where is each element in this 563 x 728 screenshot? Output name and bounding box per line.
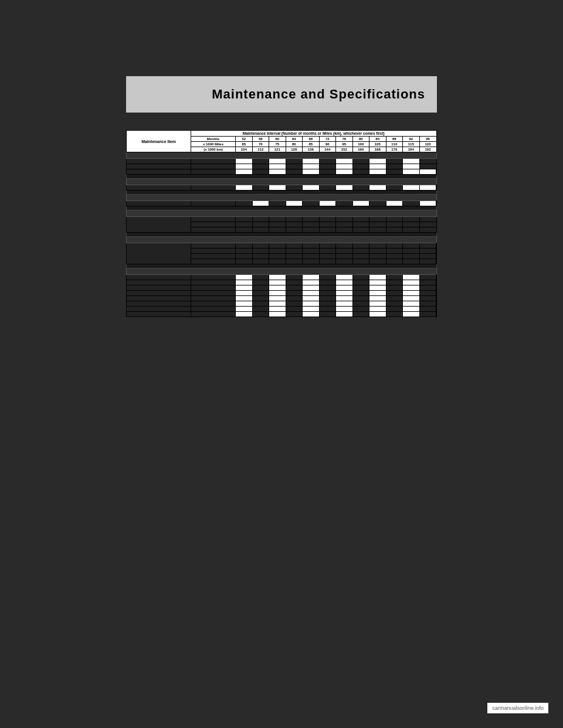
table-row (127, 280, 437, 285)
month-96: 96 (419, 137, 436, 142)
km-128: 128 (286, 147, 303, 152)
section-4-header (127, 210, 437, 217)
km-160: 160 (352, 147, 369, 152)
page-header-box: Maintenance and Specifications (126, 76, 437, 113)
month-88: 88 (386, 137, 403, 142)
table-row (127, 164, 437, 169)
interval-header: Maintenance Interval (Number of months o… (191, 131, 437, 137)
miles-70: 70 (252, 142, 269, 147)
km-168: 168 (369, 147, 386, 152)
month-52: 52 (236, 137, 253, 142)
km-176: 176 (386, 147, 403, 152)
section-1-header (127, 152, 437, 159)
interval-header-text: Maintenance Interval (Number of months o… (243, 131, 385, 135)
table-row (127, 275, 437, 280)
miles-110: 110 (386, 142, 403, 147)
spacer-row (127, 175, 437, 179)
section-6-header (127, 268, 437, 275)
month-56: 56 (252, 137, 269, 142)
table-row (127, 243, 437, 249)
month-72: 72 (319, 137, 336, 142)
spacer-row (127, 190, 437, 195)
miles-label: x 1000 Miles (191, 142, 236, 147)
month-76: 76 (336, 137, 353, 142)
km-104: 104 (236, 147, 253, 152)
page-title: Maintenance and Specifications (138, 87, 425, 102)
spacer-row (127, 206, 437, 210)
table-row (127, 185, 437, 190)
km-136: 136 (303, 147, 320, 152)
miles-100: 100 (352, 142, 369, 147)
item-column-header: Maintenance Item (127, 131, 191, 152)
miles-85: 85 (303, 142, 320, 147)
month-80: 80 (352, 137, 369, 142)
month-84: 84 (369, 137, 386, 142)
table-row (127, 285, 437, 291)
km-184: 184 (403, 147, 420, 152)
maintenance-table: Maintenance Item Maintenance Interval (N… (126, 130, 437, 317)
watermark-text: carmanualsonline.info (492, 705, 544, 711)
month-60: 60 (269, 137, 286, 142)
page-content: Maintenance and Specifications Maintenan… (126, 76, 437, 317)
table-row (127, 169, 437, 175)
section-2-header (127, 179, 437, 185)
km-192: 192 (419, 147, 436, 152)
section-5-header (127, 237, 437, 243)
table-row (127, 296, 437, 301)
table-row (127, 159, 437, 164)
miles-90: 90 (319, 142, 336, 147)
month-92: 92 (403, 137, 420, 142)
km-112: 112 (252, 147, 269, 152)
km-label: (x 1000 km) (191, 147, 236, 152)
miles-75: 75 (269, 142, 286, 147)
miles-120: 120 (419, 142, 436, 147)
table-row (127, 312, 437, 317)
spacer-row (127, 264, 437, 268)
spacer-row (127, 233, 437, 237)
months-label: Months (191, 137, 236, 142)
month-68: 68 (303, 137, 320, 142)
miles-65: 65 (236, 142, 253, 147)
km-144: 144 (319, 147, 336, 152)
table-row (127, 201, 437, 206)
watermark: carmanualsonline.info (487, 703, 548, 713)
km-152: 152 (336, 147, 353, 152)
miles-80: 80 (286, 142, 303, 147)
miles-95: 95 (336, 142, 353, 147)
month-64: 64 (286, 137, 303, 142)
table-row (127, 217, 437, 222)
miles-105: 105 (369, 142, 386, 147)
table-header-row-1: Maintenance Item Maintenance Interval (N… (127, 131, 437, 137)
table-row (127, 291, 437, 296)
miles-115: 115 (403, 142, 420, 147)
km-121: 121 (269, 147, 286, 152)
table-row (127, 307, 437, 312)
section-3-header (127, 195, 437, 201)
table-row (127, 301, 437, 307)
